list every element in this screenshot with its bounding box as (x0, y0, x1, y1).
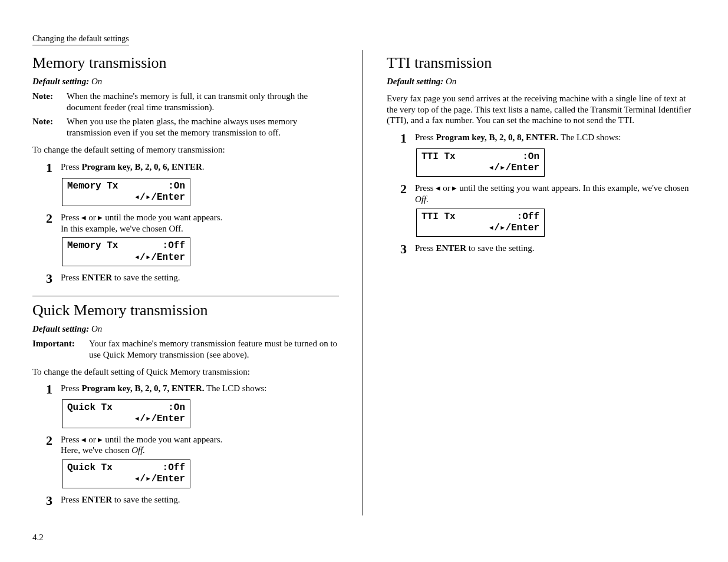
heading-tti: TTI transmission (387, 54, 693, 73)
lcd-quick-on: Quick Tx:On ◂/▸/Enter (62, 399, 190, 428)
note-memory-1: Note: When the machine's memory is full,… (32, 91, 339, 113)
tti-step-2: 2 Press ◂ or ▸ until the setting you wan… (397, 183, 693, 205)
memory-step-2: 2 Press ◂ or ▸ until the mode you want a… (43, 212, 339, 234)
note-memory-2: Note: When you use the platen glass, the… (32, 116, 339, 138)
memory-step-1: 1 Press Program key, B, 2, 0, 6, ENTER. (43, 161, 339, 174)
lcd-quick-off: Quick Tx:Off ◂/▸/Enter (62, 459, 190, 488)
left-column: Memory transmission Default setting: On … (32, 50, 339, 563)
intro-memory: To change the default setting of memory … (32, 144, 339, 156)
default-setting-tti: Default setting: On (387, 76, 693, 87)
lcd-memory-on: Memory Tx:On ◂/▸/Enter (62, 178, 190, 206)
column-separator (363, 50, 363, 515)
section-label: Changing the default settings (32, 34, 129, 45)
tti-step-1: 1 Press Program key, B, 2, 0, 8, ENTER. … (397, 132, 693, 145)
default-setting-quick: Default setting: On (32, 323, 339, 335)
heading-quick-memory: Quick Memory transmission (32, 301, 339, 320)
lcd-tti-on: TTI Tx:On ◂/▸/Enter (416, 148, 545, 177)
quick-step-3: 3 Press ENTER to save the setting. (43, 494, 339, 507)
tti-paragraph: Every fax page you send arrives at the r… (387, 93, 693, 126)
intro-quick: To change the default setting of Quick M… (32, 366, 339, 378)
tti-step-3: 3 Press ENTER to save the setting. (397, 243, 693, 256)
quick-step-2: 2 Press ◂ or ▸ until the mode you want a… (43, 434, 339, 457)
heading-memory-transmission: Memory transmission (32, 54, 339, 73)
memory-step-3: 3 Press ENTER to save the setting. (43, 272, 339, 285)
lcd-memory-off: Memory Tx:Off ◂/▸/Enter (62, 237, 190, 266)
important-quick: Important: Your fax machine's memory tra… (32, 338, 339, 361)
divider (32, 296, 339, 296)
lcd-tti-off: TTI Tx:Off ◂/▸/Enter (416, 209, 545, 237)
right-column: TTI transmission Default setting: On Eve… (387, 50, 693, 563)
quick-step-1: 1 Press Program key, B, 2, 0, 7, ENTER. … (43, 383, 339, 396)
default-setting-memory: Default setting: On (32, 76, 339, 87)
page-number: 4.2 (32, 532, 44, 543)
